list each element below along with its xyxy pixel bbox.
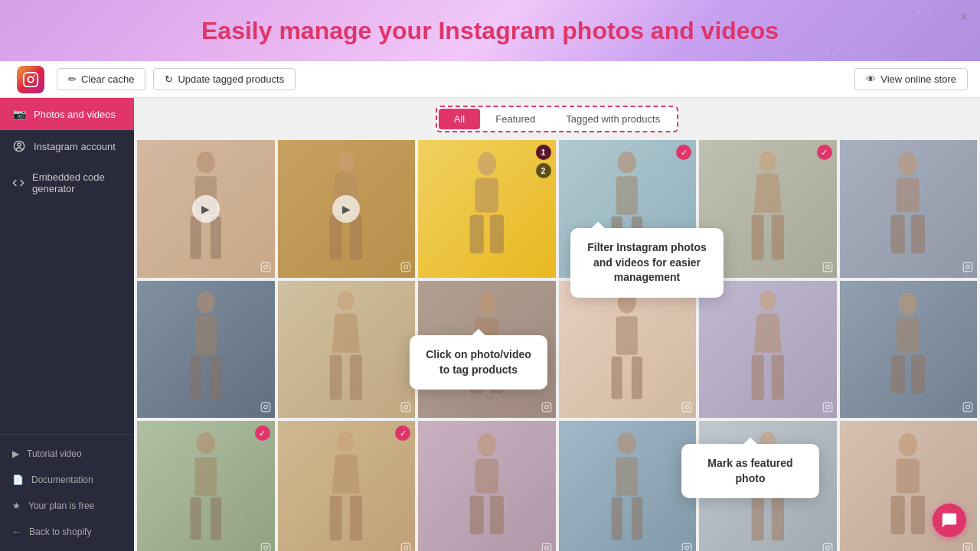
svg-point-102 bbox=[618, 432, 636, 454]
svg-point-10 bbox=[263, 265, 267, 269]
plan-label: Your plan is free bbox=[28, 500, 94, 511]
instagram-badge bbox=[400, 402, 411, 414]
svg-point-47 bbox=[263, 406, 267, 409]
svg-rect-91 bbox=[350, 496, 362, 541]
clear-cache-icon: ✏ bbox=[68, 73, 77, 85]
svg-rect-79 bbox=[963, 403, 972, 412]
photo-cell[interactable]: ▶ bbox=[137, 140, 275, 278]
svg-rect-7 bbox=[191, 217, 201, 259]
photo-cell[interactable] bbox=[699, 281, 837, 419]
instagram-badge bbox=[260, 543, 271, 552]
instagram-badge bbox=[541, 543, 552, 552]
photo-cell[interactable] bbox=[559, 421, 697, 551]
sidebar-item-docs[interactable]: 📄 Documentation bbox=[0, 467, 134, 493]
play-icon: ▶ bbox=[12, 448, 19, 459]
doc-icon: 📄 bbox=[12, 474, 24, 485]
tab-all[interactable]: All bbox=[439, 109, 480, 129]
play-button[interactable]: ▶ bbox=[192, 195, 220, 223]
clear-cache-button[interactable]: ✏ Clear cache bbox=[57, 68, 145, 90]
svg-point-67 bbox=[685, 406, 689, 409]
svg-rect-86 bbox=[261, 543, 270, 551]
instagram-badge bbox=[260, 262, 271, 274]
tooltip-featured: Mark as featured photo bbox=[681, 444, 819, 498]
svg-point-4 bbox=[18, 143, 21, 146]
photo-cell[interactable] bbox=[840, 281, 978, 419]
update-tagged-label: Update tagged products bbox=[178, 73, 284, 85]
svg-rect-112 bbox=[823, 543, 832, 551]
photo-cell[interactable] bbox=[278, 281, 416, 419]
svg-point-114 bbox=[829, 545, 830, 546]
svg-rect-51 bbox=[350, 355, 362, 400]
instagram-badge bbox=[260, 402, 271, 414]
instagram-badge bbox=[962, 262, 973, 274]
svg-rect-98 bbox=[490, 496, 504, 534]
svg-point-34 bbox=[829, 264, 830, 265]
svg-rect-23 bbox=[616, 176, 638, 214]
instagram-badge bbox=[681, 543, 692, 552]
svg-point-22 bbox=[618, 152, 636, 173]
svg-rect-13 bbox=[330, 215, 342, 260]
chat-button[interactable] bbox=[933, 504, 966, 537]
star-icon: ★ bbox=[12, 500, 21, 511]
play-button[interactable]: ▶ bbox=[332, 195, 360, 223]
photo-cell[interactable] bbox=[137, 281, 275, 419]
svg-rect-37 bbox=[891, 215, 905, 253]
svg-rect-72 bbox=[823, 403, 832, 412]
sidebar-item-instagram-account[interactable]: Instagram account bbox=[0, 130, 134, 162]
svg-point-88 bbox=[267, 545, 268, 546]
sidebar-item-embedded-code[interactable]: Embedded code generator bbox=[0, 162, 134, 204]
svg-rect-104 bbox=[612, 497, 622, 540]
svg-rect-70 bbox=[752, 355, 764, 400]
svg-point-100 bbox=[544, 546, 548, 549]
check-badge: ✓ bbox=[817, 145, 832, 160]
toolbar: ✏ Clear cache ↻ Update tagged products 👁… bbox=[0, 61, 980, 98]
svg-point-113 bbox=[825, 546, 829, 549]
view-online-label: View online store bbox=[880, 73, 956, 85]
tab-tagged[interactable]: Tagged with products bbox=[550, 109, 675, 129]
sidebar-item-plan[interactable]: ★ Your plan is free bbox=[0, 493, 134, 519]
close-icon[interactable]: × bbox=[959, 9, 968, 25]
sidebar-item-back-shopify[interactable]: ← Back to shopify bbox=[0, 519, 134, 545]
svg-point-41 bbox=[969, 264, 970, 265]
svg-point-81 bbox=[969, 404, 970, 405]
svg-point-53 bbox=[404, 406, 408, 409]
photo-cell[interactable]: ✓ bbox=[137, 421, 275, 551]
photo-cell[interactable]: ✓ bbox=[278, 421, 416, 551]
svg-point-80 bbox=[966, 406, 970, 409]
svg-point-107 bbox=[685, 546, 689, 549]
svg-rect-65 bbox=[632, 357, 642, 399]
svg-rect-59 bbox=[542, 403, 551, 412]
docs-label: Documentation bbox=[31, 474, 93, 485]
sidebar-item-tutorial[interactable]: ▶ Tutorial video bbox=[0, 441, 134, 467]
eye-icon: 👁 bbox=[866, 73, 876, 85]
filter-tabs-wrapper: All Featured Tagged with products bbox=[134, 98, 980, 137]
photo-cell[interactable]: ✓12 bbox=[418, 140, 556, 278]
svg-rect-30 bbox=[752, 215, 764, 260]
tutorial-label: Tutorial video bbox=[27, 448, 82, 459]
svg-rect-117 bbox=[891, 496, 905, 534]
photo-cell[interactable] bbox=[418, 421, 556, 551]
photo-cell[interactable] bbox=[559, 281, 697, 419]
view-online-button[interactable]: 👁 View online store bbox=[854, 68, 968, 90]
update-icon: ↻ bbox=[165, 73, 173, 85]
svg-rect-85 bbox=[211, 497, 221, 540]
instagram-badge bbox=[962, 402, 973, 414]
photo-cell[interactable] bbox=[840, 140, 978, 278]
tab-featured[interactable]: Featured bbox=[480, 109, 550, 129]
svg-point-115 bbox=[899, 433, 917, 456]
clear-cache-label: Clear cache bbox=[81, 73, 134, 85]
svg-rect-119 bbox=[963, 543, 972, 551]
svg-point-74 bbox=[829, 404, 830, 405]
svg-rect-84 bbox=[191, 497, 201, 540]
svg-rect-90 bbox=[330, 496, 342, 541]
filter-tabs: All Featured Tagged with products bbox=[436, 106, 678, 132]
photo-cell[interactable]: ▶ bbox=[278, 140, 416, 278]
svg-rect-21 bbox=[490, 215, 504, 253]
svg-point-120 bbox=[966, 546, 970, 549]
svg-rect-15 bbox=[401, 262, 410, 272]
sidebar-item-photos-videos[interactable]: 📷 Photos and videos bbox=[0, 98, 134, 130]
update-tagged-button[interactable]: ↻ Update tagged products bbox=[153, 68, 296, 90]
svg-rect-66 bbox=[682, 403, 691, 412]
svg-point-2 bbox=[34, 74, 35, 76]
sidebar-label-embedded: Embedded code generator bbox=[32, 171, 122, 194]
